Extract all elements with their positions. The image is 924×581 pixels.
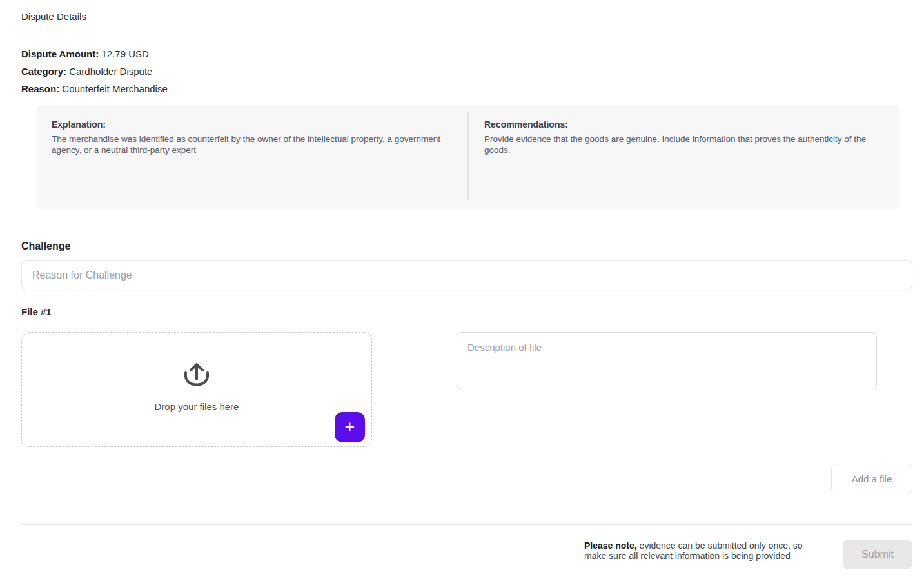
submit-note: Please note, evidence can be submitted o… <box>584 540 811 561</box>
explanation-heading: Explanation: <box>52 120 452 130</box>
recommendations-heading: Recommendations: <box>484 120 885 130</box>
file-row: Drop your files here + <box>21 332 912 447</box>
challenge-heading: Challenge <box>21 240 912 252</box>
explanation-column: Explanation: The merchandise was identif… <box>36 105 467 209</box>
file-dropzone[interactable]: Drop your files here + <box>21 332 372 447</box>
add-a-file-button[interactable]: Add a file <box>831 464 912 493</box>
add-file-plus-button[interactable]: + <box>335 412 365 442</box>
dispute-category-row: Category: Cardholder Dispute <box>21 63 912 80</box>
page-title: Dispute Details <box>21 11 912 23</box>
dispute-category-value: Cardholder Dispute <box>66 66 152 77</box>
dispute-info-box: Explanation: The merchandise was identif… <box>36 105 900 209</box>
dropzone-label: Drop your files here <box>155 401 239 412</box>
plus-icon: + <box>345 419 355 436</box>
upload-icon <box>180 359 213 395</box>
dispute-reason-value: Counterfeit Merchandise <box>59 83 168 94</box>
explanation-body: The merchandise was identified as counte… <box>52 134 446 155</box>
dispute-amount-row: Dispute Amount: 12.79 USD <box>21 45 912 63</box>
dispute-reason-row: Reason: Counterfeit Merchandise <box>21 80 912 97</box>
footer-divider <box>21 524 912 525</box>
footer: Please note, evidence can be submitted o… <box>21 540 912 569</box>
dispute-amount-label: Dispute Amount: <box>21 48 99 59</box>
dispute-amount-value: 12.79 USD <box>99 48 149 59</box>
recommendations-body: Provide evidence that the goods are genu… <box>484 134 879 155</box>
dispute-details-page: Dispute Details Dispute Amount: 12.79 US… <box>0 0 924 581</box>
dispute-meta: Dispute Amount: 12.79 USD Category: Card… <box>21 45 912 97</box>
file-description-textarea[interactable] <box>457 332 877 389</box>
submit-note-bold: Please note, <box>584 540 637 551</box>
submit-button[interactable]: Submit <box>843 540 912 569</box>
add-file-row: Add a file <box>21 464 912 493</box>
dispute-reason-label: Reason: <box>21 83 59 94</box>
reason-for-challenge-input[interactable] <box>21 260 912 290</box>
dispute-category-label: Category: <box>21 66 66 77</box>
file-number-label: File #1 <box>21 306 912 318</box>
recommendations-column: Recommendations: Provide evidence that t… <box>469 105 900 209</box>
